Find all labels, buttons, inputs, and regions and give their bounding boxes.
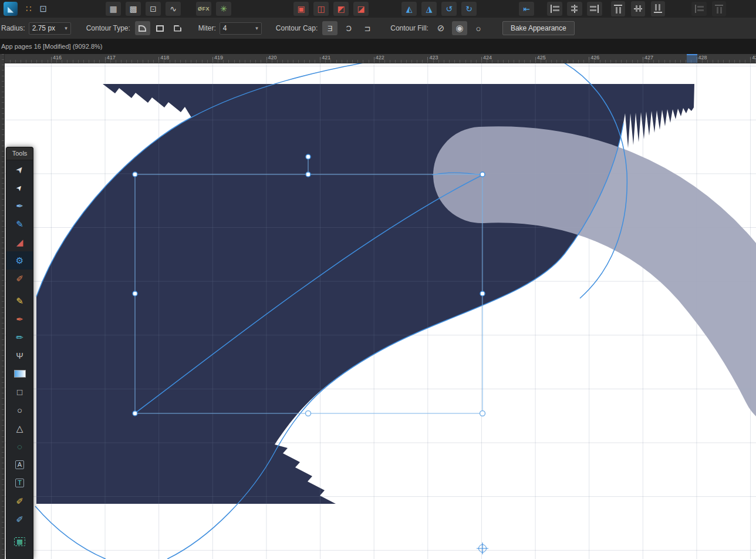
artboard-export-icon[interactable]: ⊡ — [40, 4, 48, 14]
rotate-cw-icon[interactable]: ↻ — [461, 2, 477, 16]
bottom-left-curve — [35, 506, 106, 559]
contour-type-square-icon[interactable] — [153, 21, 168, 35]
cap-square-icon[interactable]: ⊐ — [360, 21, 375, 35]
bake-appearance-button[interactable]: Bake Appearance — [502, 21, 575, 35]
contour-fill-buttons: ⊘◉○ — [433, 18, 486, 39]
contour-fill-label: Contour Fill: — [390, 24, 428, 32]
canvas[interactable] — [5, 63, 756, 559]
contour-type-round-icon[interactable] — [135, 21, 150, 35]
handle-mid-left — [133, 291, 137, 296]
selection-brush-tool[interactable]: ▩ — [6, 533, 33, 551]
distribute-h-icon — [691, 2, 707, 16]
radius-select[interactable]: 2.75 px ▾ — [29, 22, 71, 35]
distribute-v-icon — [712, 1, 726, 16]
horizontal-ruler[interactable]: 4164174184194204214224234244254264274284… — [5, 54, 756, 63]
flip-horizontal-icon[interactable]: ◭ — [401, 2, 417, 16]
ruler-mark: 418 — [160, 55, 169, 60]
file-group: ◣ ∷ ⊡ — [0, 0, 47, 18]
boolean-add-icon[interactable]: ▣ — [293, 2, 309, 16]
move-tool[interactable]: ➤ — [6, 160, 33, 179]
align-group-horizontal — [547, 0, 602, 18]
gradient-tool[interactable] — [6, 365, 33, 383]
snap-grid-icon[interactable]: ▦ — [106, 2, 121, 16]
color-picker-tool[interactable]: ✐ — [6, 492, 33, 510]
handle-bottom-mid — [306, 411, 311, 416]
triangle-tool[interactable]: △ — [6, 419, 33, 437]
paint-brush-tool[interactable]: ✒ — [6, 310, 33, 328]
boolean-divide-icon[interactable]: ◪ — [353, 2, 369, 16]
context-toolbar: Radius: 2.75 px ▾ Contour Type: Miter: 4… — [0, 18, 756, 39]
contour-tool[interactable]: ⚙ — [6, 251, 33, 270]
contour-type-bevel-icon[interactable] — [170, 21, 185, 35]
vertical-ruler[interactable] — [0, 54, 5, 559]
artistic-text-tool[interactable]: T — [6, 474, 33, 492]
frame-text-tool[interactable]: A — [6, 456, 33, 474]
assets-gear-icon[interactable]: ✳ — [216, 2, 231, 16]
transform-group: ◭◮↺↻ — [401, 0, 477, 18]
cap-round-icon[interactable]: Ɔ — [341, 21, 356, 35]
app-logo-icon[interactable]: ◣ — [4, 2, 18, 16]
rectangle-tool[interactable]: □ — [6, 383, 33, 401]
miter-label: Miter: — [198, 24, 216, 32]
corner-tool[interactable]: ◢ — [6, 233, 33, 251]
boolean-intersect-icon[interactable]: ◩ — [333, 2, 349, 16]
boolean-group: ▣◫◩◪ — [293, 0, 369, 18]
miter-select[interactable]: 4 ▾ — [220, 22, 262, 35]
style-picker-tool[interactable]: ✐ — [6, 510, 33, 528]
snap-bounds-icon[interactable]: ⊡ — [146, 2, 161, 16]
snap-pixels-icon[interactable]: ▩ — [126, 2, 141, 16]
flood-fill-tool[interactable]: Ψ — [6, 346, 33, 365]
fill-solid-icon[interactable]: ◉ — [452, 21, 467, 35]
pen-tool[interactable]: ✒ — [6, 197, 33, 215]
cap-butt-icon[interactable]: Ǝ — [322, 21, 338, 35]
ruler-mark: 423 — [429, 55, 438, 60]
tools-panel-title[interactable]: Tools — [6, 147, 33, 160]
layer-fx-icon[interactable]: ØFX — [196, 2, 211, 16]
ruler-mark: 425 — [537, 55, 546, 60]
vector-brush-tool[interactable]: ✎ — [6, 292, 33, 310]
contour-cap-label: Contour Cap: — [276, 24, 318, 32]
ruler-mark: 424 — [483, 55, 492, 60]
handle-top-mid — [306, 172, 310, 177]
ruler-mark: 419 — [214, 55, 223, 60]
node-tool[interactable]: ➤ — [6, 179, 33, 197]
chevron-down-icon: ▾ — [60, 25, 68, 31]
radius-value: 2.75 px — [32, 24, 55, 32]
contour-type-label: Contour Type: — [86, 24, 130, 32]
align-middle-icon[interactable] — [631, 1, 645, 16]
top-toolbar: ◣ ∷ ⊡ ▦▩⊡∿ ØFX✳ ▣◫◩◪ ◭◮↺↻ ⇤ — [0, 0, 756, 18]
pixel-brush-tool[interactable]: ✏ — [6, 328, 33, 346]
pencil-tool[interactable]: ✎ — [6, 215, 33, 233]
align-center-h-icon[interactable] — [567, 2, 582, 16]
snap-curves-icon[interactable]: ∿ — [166, 2, 181, 16]
order-group: ⇤ — [519, 0, 534, 18]
align-top-icon[interactable] — [611, 1, 625, 16]
ellipse-tool[interactable]: ○ — [6, 401, 33, 419]
align-right-icon[interactable] — [587, 2, 602, 16]
chevron-down-icon: ▾ — [251, 25, 258, 31]
point-transform-tool[interactable]: ✐ — [6, 270, 33, 288]
fill-none-icon[interactable]: ⊘ — [433, 21, 448, 35]
document-tab[interactable]: App pages 16 [Modified] (9092.8%) — [0, 43, 102, 50]
swatch-grid-icon[interactable]: ∷ — [26, 4, 32, 14]
handle-mid-right — [480, 291, 485, 296]
canvas-artwork — [5, 63, 756, 559]
tools-list: ➤ ➤ ✒ ✎ ◢ ⚙ ✐ — [6, 160, 33, 551]
origin-target-icon[interactable] — [477, 543, 488, 554]
ruler-mark: 422 — [376, 55, 384, 60]
boolean-subtract-icon[interactable]: ◫ — [313, 2, 329, 16]
shape-builder-tool[interactable]: ◌ — [6, 437, 33, 456]
distribute-group — [691, 0, 727, 18]
flip-vertical-icon[interactable]: ◮ — [421, 2, 437, 16]
ruler-mark: 420 — [268, 55, 277, 60]
insertion-order-icon[interactable]: ⇤ — [519, 2, 534, 16]
align-left-icon[interactable] — [547, 2, 562, 16]
fx-group: ØFX✳ — [196, 0, 231, 18]
ruler-mark: 428 — [698, 55, 707, 60]
align-bottom-icon[interactable] — [651, 1, 665, 16]
ruler-mark: 417 — [107, 55, 116, 60]
fill-outline-icon[interactable]: ○ — [471, 21, 486, 35]
rotate-ccw-icon[interactable]: ↺ — [441, 2, 457, 16]
ruler-mark: 427 — [644, 55, 653, 60]
handle-bottom-right — [480, 411, 485, 416]
